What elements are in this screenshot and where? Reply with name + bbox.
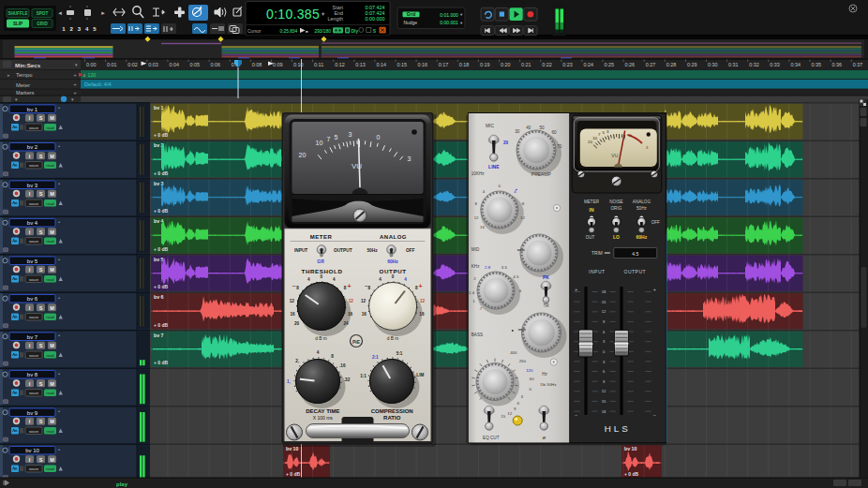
svg-text:20: 20 [294, 321, 300, 326]
svg-text:Length: Length [328, 16, 344, 22]
svg-text:▴: ▴ [58, 371, 60, 376]
svg-text:THRESHOLD: THRESHOLD [302, 268, 343, 274]
svg-text:wave: wave [29, 353, 39, 358]
svg-text:OUT: OUT [586, 235, 595, 240]
svg-text:+ 0 dB: + 0 dB [154, 360, 169, 365]
svg-text:RATIO: RATIO [383, 415, 401, 421]
svg-text:0:33: 0:33 [770, 62, 780, 67]
svg-text:16: 16 [362, 312, 367, 317]
svg-text:50Hz: 50Hz [367, 248, 378, 253]
svg-text:12: 12 [290, 299, 295, 303]
svg-text:read: read [46, 391, 54, 395]
svg-text:4: 4 [404, 277, 407, 282]
svg-text:20: 20 [299, 152, 307, 158]
svg-text:S: S [39, 343, 43, 348]
svg-text:Start: Start [333, 5, 344, 10]
svg-text:1,: 1, [287, 379, 291, 384]
svg-text:wave: wave [29, 126, 39, 130]
svg-text:S: S [39, 305, 43, 311]
svg-text:5: 5 [335, 134, 338, 140]
svg-text:bv 6: bv 6 [27, 296, 38, 302]
svg-text:read: read [46, 353, 54, 358]
svg-text:0:35: 0:35 [812, 62, 822, 67]
svg-text:120: 120 [88, 72, 97, 78]
svg-text:20: 20 [503, 140, 509, 145]
svg-text:.32: .32 [344, 377, 351, 382]
svg-text:0:36: 0:36 [832, 62, 843, 67]
svg-text:0:31: 0:31 [728, 62, 739, 67]
svg-text:8: 8 [344, 286, 347, 290]
svg-text:4: 4 [307, 277, 310, 282]
svg-text:0:01.000: 0:01.000 [440, 12, 458, 18]
svg-text:Tempo: Tempo [16, 72, 32, 78]
svg-text:▴: ▴ [58, 447, 60, 451]
svg-text:SLIP: SLIP [13, 22, 22, 26]
svg-text:PɨE: PɨE [352, 339, 361, 345]
svg-text:▴: ▴ [58, 333, 60, 337]
svg-text:12: 12 [602, 389, 606, 393]
svg-text:120: 120 [526, 368, 533, 373]
svg-text:S: S [39, 419, 43, 424]
svg-text:bv 5: bv 5 [27, 259, 38, 264]
svg-text:60Hz: 60Hz [636, 234, 648, 240]
svg-text:1:1: 1:1 [360, 374, 367, 378]
svg-text:▸: ▸ [101, 9, 105, 16]
svg-text:BASS: BASS [471, 333, 483, 337]
svg-text:+ 0 dB: + 0 dB [286, 471, 301, 477]
svg-text:bv 7: bv 7 [154, 333, 163, 338]
svg-text:COMPRESSION: COMPRESSION [371, 408, 413, 414]
svg-text:0:14: 0:14 [376, 62, 386, 67]
svg-text:♪: ♪ [83, 72, 86, 78]
svg-text:+: + [575, 287, 577, 292]
svg-text:8: 8 [331, 354, 334, 359]
svg-text:wave: wave [29, 201, 39, 206]
svg-text:MIC: MIC [486, 123, 495, 128]
svg-text:ø: ø [542, 435, 546, 440]
svg-text:+: + [73, 81, 77, 87]
svg-text:4.5: 4.5 [513, 274, 519, 279]
svg-text:0:07.424: 0:07.424 [366, 10, 385, 16]
svg-text:▴: ▴ [58, 181, 60, 185]
svg-text:Meter: Meter [16, 82, 30, 88]
svg-text:+ 0 dB: + 0 dB [154, 208, 169, 214]
svg-text:0:09: 0:09 [273, 62, 283, 67]
svg-text:▴: ▴ [58, 257, 60, 261]
svg-text:bv 4: bv 4 [27, 220, 38, 226]
svg-text:bv 10: bv 10 [624, 446, 636, 451]
svg-text:0:25.834: 0:25.834 [280, 29, 298, 34]
svg-text:+: + [73, 72, 77, 78]
svg-text:OFF: OFF [406, 248, 415, 253]
svg-text:VU: VU [611, 153, 618, 158]
svg-text:0:07.424: 0:07.424 [366, 5, 385, 10]
svg-text:4: 4 [379, 277, 382, 282]
svg-text:S: S [39, 381, 43, 387]
svg-text:0:34: 0:34 [790, 62, 801, 67]
svg-text:M: M [50, 419, 54, 424]
svg-text:DECAY TIME: DECAY TIME [306, 408, 339, 414]
svg-text:bv 10: bv 10 [25, 448, 39, 453]
svg-text:0:00.000: 0:00.000 [366, 16, 385, 22]
svg-text:bv 3: bv 3 [27, 183, 38, 188]
svg-text:0:01: 0:01 [107, 62, 117, 67]
svg-text:IN: IN [590, 207, 594, 213]
svg-text:250: 250 [519, 359, 527, 363]
svg-text:read: read [46, 315, 54, 319]
svg-text:Nudge: Nudge [403, 20, 417, 25]
svg-text:ANALOG: ANALOG [633, 200, 651, 204]
svg-text:60Hz: 60Hz [387, 259, 398, 264]
svg-text:M: M [50, 381, 54, 387]
svg-text:+: + [418, 283, 422, 289]
svg-text:0:29: 0:29 [687, 62, 697, 67]
svg-text:0:12: 0:12 [335, 62, 345, 67]
svg-text:−: − [575, 412, 577, 418]
svg-text:read: read [46, 201, 54, 206]
svg-text:bv 7: bv 7 [27, 334, 38, 340]
svg-text:20: 20 [588, 140, 592, 144]
svg-text:15: 15 [501, 414, 505, 419]
svg-text:4: 4 [333, 277, 336, 282]
svg-text:12: 12 [474, 215, 479, 220]
svg-text:▴: ▴ [58, 105, 60, 110]
svg-text:2:1: 2:1 [372, 355, 379, 360]
svg-text:0:32: 0:32 [749, 62, 759, 67]
svg-text:read: read [46, 429, 54, 434]
